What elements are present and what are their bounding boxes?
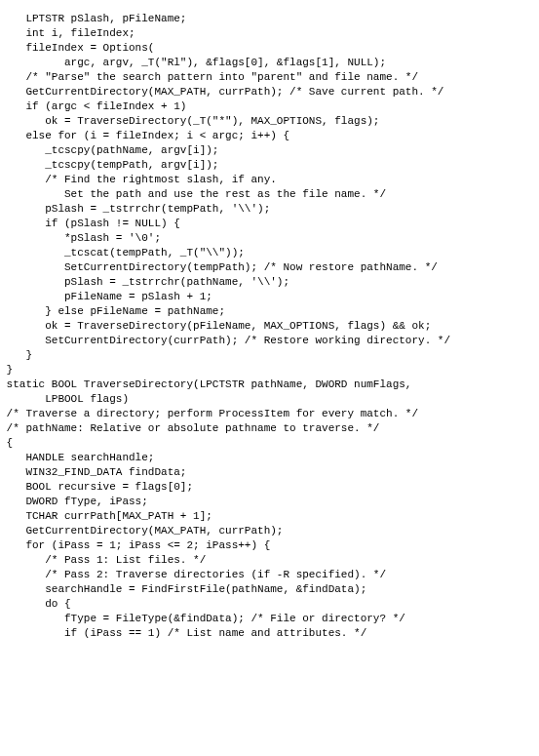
code-line: do { — [0, 597, 539, 612]
code-line: BOOL recursive = flags[0]; — [0, 480, 539, 495]
code-line: SetCurrentDirectory(tempPath); /* Now re… — [0, 260, 539, 275]
code-line: pFileName = pSlash + 1; — [0, 290, 539, 304]
code-line: pSlash = _tstrrchr(tempPath, '\\'); — [0, 202, 539, 217]
code-line: /* Pass 2: Traverse directories (if -R s… — [0, 568, 539, 582]
code-line: /* "Parse" the search pattern into "pare… — [0, 70, 539, 85]
code-line: /* Traverse a directory; perform Process… — [0, 407, 539, 421]
code-line: /* Find the rightmost slash, if any. — [0, 173, 539, 187]
code-line: _tcscpy(tempPath, argv[i]); — [0, 158, 539, 173]
code-line: LPTSTR pSlash, pFileName; — [0, 12, 539, 26]
code-line: LPBOOL flags) — [0, 392, 539, 407]
code-line: /* pathName: Relative or absolute pathna… — [0, 421, 539, 436]
code-line: else for (i = fileIndex; i < argc; i++) … — [0, 129, 539, 143]
code-line: fileIndex = Options( — [0, 41, 539, 56]
code-line: WIN32_FIND_DATA findData; — [0, 465, 539, 480]
code-line: GetCurrentDirectory(MAX_PATH, currPath);… — [0, 85, 539, 99]
code-line: fType = FileType(&findData); /* File or … — [0, 612, 539, 626]
code-line: if (argc < fileIndex + 1) — [0, 99, 539, 114]
code-listing: LPTSTR pSlash, pFileName; int i, fileInd… — [0, 0, 539, 653]
code-line: SetCurrentDirectory(currPath); /* Restor… — [0, 334, 539, 348]
code-line: ok = TraverseDirectory(_T("*"), MAX_OPTI… — [0, 114, 539, 129]
code-line: } else pFileName = pathName; — [0, 304, 539, 319]
code-line: DWORD fType, iPass; — [0, 495, 539, 509]
code-line: *pSlash = '\0'; — [0, 231, 539, 246]
code-line: } — [0, 348, 539, 363]
code-line: GetCurrentDirectory(MAX_PATH, currPath); — [0, 524, 539, 538]
code-line: pSlash = _tstrrchr(pathName, '\\'); — [0, 275, 539, 290]
code-line: static BOOL TraverseDirectory(LPCTSTR pa… — [0, 378, 539, 392]
code-line: if (pSlash != NULL) { — [0, 217, 539, 231]
code-line: argc, argv, _T("Rl"), &flags[0], &flags[… — [0, 56, 539, 70]
code-line: searchHandle = FindFirstFile(pathName, &… — [0, 582, 539, 597]
code-line: for (iPass = 1; iPass <= 2; iPass++) { — [0, 538, 539, 553]
code-line: } — [0, 363, 539, 378]
code-line: Set the path and use the rest as the fil… — [0, 187, 539, 202]
code-line: ok = TraverseDirectory(pFileName, MAX_OP… — [0, 319, 539, 334]
code-line: int i, fileIndex; — [0, 26, 539, 41]
code-line: HANDLE searchHandle; — [0, 451, 539, 465]
code-line: TCHAR currPath[MAX_PATH + 1]; — [0, 509, 539, 524]
code-line: _tcscpy(pathName, argv[i]); — [0, 143, 539, 158]
code-line: if (iPass == 1) /* List name and attribu… — [0, 626, 539, 641]
code-line: /* Pass 1: List files. */ — [0, 553, 539, 568]
code-line: { — [0, 436, 539, 451]
code-line: _tcscat(tempPath, _T("\\")); — [0, 246, 539, 260]
